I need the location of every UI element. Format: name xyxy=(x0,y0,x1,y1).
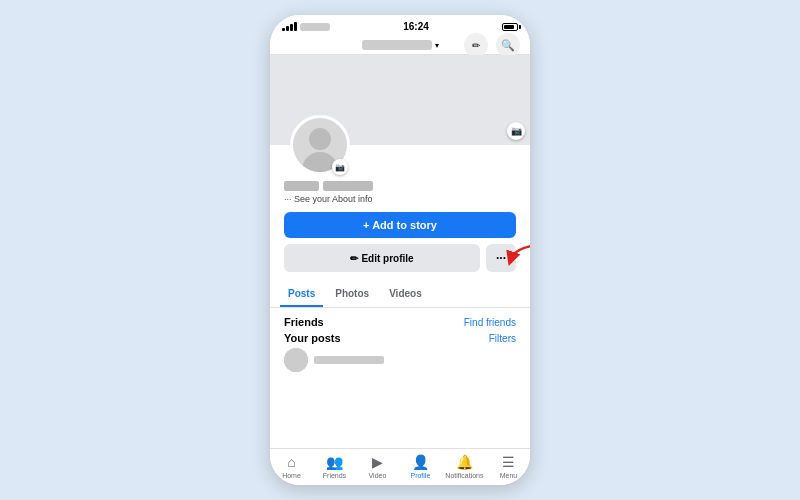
avatar-camera-button[interactable]: 📷 xyxy=(332,159,348,175)
edit-profile-label: Edit profile xyxy=(361,253,413,264)
home-label: Home xyxy=(282,472,301,479)
search-icon-button[interactable]: 🔍 xyxy=(496,33,520,57)
action-buttons-row: ✏ Edit profile ··· xyxy=(284,244,516,272)
add-story-label: + Add to story xyxy=(363,219,437,231)
profile-content: ··· See your About info + Add to story ✏… xyxy=(270,175,530,448)
menu-label: Menu xyxy=(500,472,518,479)
profile-icon: 👤 xyxy=(412,454,429,470)
friends-nav-label: Friends xyxy=(323,472,346,479)
nav-home[interactable]: ⌂ Home xyxy=(273,454,309,479)
battery-area xyxy=(502,23,518,31)
more-options-button[interactable]: ··· xyxy=(486,244,516,272)
signal-icon xyxy=(282,22,297,31)
pencil-icon-small: ✏ xyxy=(350,253,358,264)
friends-section-header: Friends Find friends xyxy=(284,316,516,328)
edit-profile-button[interactable]: ✏ Edit profile xyxy=(284,244,480,272)
your-posts-title: Your posts xyxy=(284,332,341,344)
profile-name-area xyxy=(284,181,516,191)
notifications-label: Notifications xyxy=(445,472,483,479)
find-friends-link[interactable]: Find friends xyxy=(464,317,516,328)
bottom-nav: ⌂ Home 👥 Friends ▶ Video 👤 Profile 🔔 Not… xyxy=(270,448,530,485)
profile-nav-label: Profile xyxy=(410,472,430,479)
menu-icon: ☰ xyxy=(502,454,515,470)
top-nav-icons: ✏ 🔍 xyxy=(464,33,520,57)
post-preview xyxy=(284,348,516,372)
video-label: Video xyxy=(369,472,387,479)
carrier-text xyxy=(300,23,330,31)
post-avatar xyxy=(284,348,308,372)
name-blur-1 xyxy=(284,181,319,191)
nav-menu[interactable]: ☰ Menu xyxy=(490,454,526,479)
pencil-icon: ✏ xyxy=(472,40,480,51)
nav-friends[interactable]: 👥 Friends xyxy=(316,454,352,479)
nav-notifications[interactable]: 🔔 Notifications xyxy=(445,454,483,479)
nav-profile[interactable]: 👤 Profile xyxy=(402,454,438,479)
tab-videos[interactable]: Videos xyxy=(381,282,430,307)
top-nav-bar: ▾ ✏ 🔍 xyxy=(270,36,530,55)
dropdown-icon[interactable]: ▾ xyxy=(435,41,439,50)
friends-title: Friends xyxy=(284,316,324,328)
avatar-head xyxy=(309,128,331,150)
ellipsis-icon: ··· xyxy=(496,251,506,265)
filters-link[interactable]: Filters xyxy=(489,333,516,344)
friends-icon: 👥 xyxy=(326,454,343,470)
post-name-blur xyxy=(314,356,516,364)
profile-tabs: Posts Photos Videos xyxy=(270,282,530,308)
video-icon: ▶ xyxy=(372,454,383,470)
time-display: 16:24 xyxy=(403,21,429,32)
username-blur xyxy=(362,40,432,50)
add-to-story-button[interactable]: + Add to story xyxy=(284,212,516,238)
phone-frame: 16:24 ▾ ✏ 🔍 📷 xyxy=(270,15,530,485)
edit-icon-button[interactable]: ✏ xyxy=(464,33,488,57)
your-posts-header: Your posts Filters xyxy=(284,332,516,344)
profile-nav-title: ▾ xyxy=(362,40,439,50)
signal-area xyxy=(282,22,330,31)
notifications-icon: 🔔 xyxy=(456,454,473,470)
tab-photos[interactable]: Photos xyxy=(327,282,377,307)
home-icon: ⌂ xyxy=(287,454,295,470)
nav-video[interactable]: ▶ Video xyxy=(359,454,395,479)
tab-posts[interactable]: Posts xyxy=(280,282,323,307)
avatar-container: 📷 xyxy=(270,115,530,175)
profile-about-text: ··· See your About info xyxy=(284,194,516,204)
search-icon: 🔍 xyxy=(501,39,515,52)
battery-icon xyxy=(502,23,518,31)
name-blur-2 xyxy=(323,181,373,191)
